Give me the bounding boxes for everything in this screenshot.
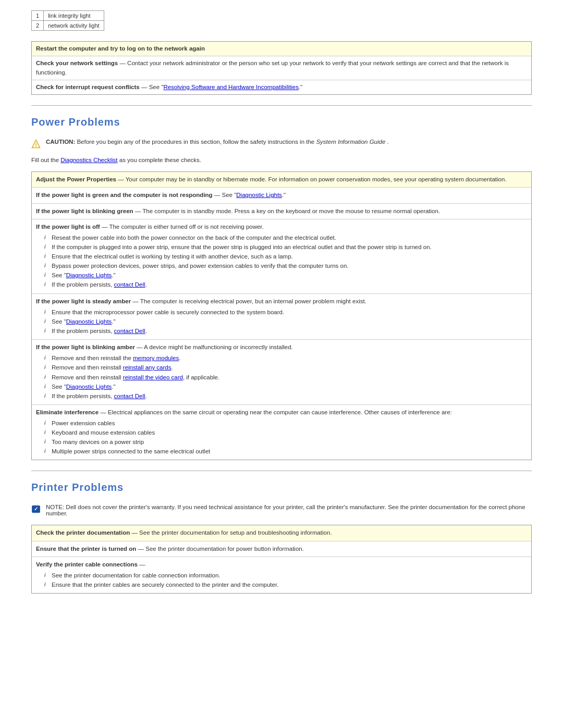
svg-text:!: !: [35, 142, 36, 147]
check-doc-title: Check the printer documentation: [36, 529, 130, 536]
svg-text:✓: ✓: [34, 506, 38, 512]
divider-1: [31, 105, 532, 106]
check-doc-dash: —: [131, 529, 139, 536]
power-row-blinking-green: If the power light is blinking green — T…: [32, 204, 531, 219]
ensure-on-dash: —: [138, 546, 146, 552]
checklist-row-text: Restart the computer and try to log on t…: [36, 45, 205, 52]
table-row: 2 network activity light: [32, 21, 104, 31]
adjust-power-body: Your computer may be in standby or hiber…: [126, 176, 507, 182]
printer-row-check-doc: Check the printer documentation — See th…: [32, 525, 531, 541]
list-item: See the printer documentation for cable …: [44, 571, 527, 579]
ensure-on-body: See the printer documentation for power …: [145, 546, 304, 552]
checklist-row-restart: Restart the computer and try to log on t…: [32, 42, 531, 56]
memory-modules-link[interactable]: memory modules: [133, 355, 179, 361]
row-num: 1: [32, 11, 44, 21]
interference-dash: —: [100, 409, 108, 415]
checklist-row-interrupt: Check for interrupt request conflicts — …: [32, 80, 531, 94]
caution-text: CAUTION: Before you begin any of the pro…: [46, 139, 389, 145]
power-row-interference: Eliminate interference — Electrical appl…: [32, 405, 531, 460]
blinking-amber-dash: —: [137, 344, 144, 350]
caution-label: CAUTION:: [46, 139, 75, 145]
reinstall-video-link[interactable]: reinstall the video card: [123, 374, 183, 380]
checklist-interrupt-end: .": [299, 84, 302, 90]
list-item: See "Diagnostic Lights.": [44, 317, 527, 326]
power-row-off: If the power light is off — The computer…: [32, 219, 531, 294]
green-body-post: .": [282, 192, 286, 198]
power-problems-section: Power Problems ! CAUTION: Before you beg…: [31, 116, 532, 460]
diagnostics-checklist-link[interactable]: Diagnostics Checklist: [60, 157, 117, 163]
row-label: link integrity light: [44, 11, 104, 21]
blinking-green-title: If the power light is blinking green: [36, 208, 133, 214]
caution-icon: !: [31, 139, 41, 149]
table-row: 1 link integrity light: [32, 11, 104, 21]
row-num: 2: [32, 21, 44, 31]
green-body-pre: See ": [222, 192, 237, 198]
divider-2: [31, 471, 532, 471]
checklist-interrupt-body: — See ": [141, 84, 163, 90]
list-item: Power extension cables: [44, 419, 527, 427]
checklist-interrupt-bold: Check for interrupt request conflicts: [36, 84, 140, 90]
verify-cable-bullets: See the printer documentation for cable …: [44, 571, 527, 589]
steady-amber-bullets: Ensure that the microprocessor power cab…: [44, 308, 527, 335]
power-row-green: If the power light is green and the comp…: [32, 188, 531, 203]
list-item: Remove and then reinstall the memory mod…: [44, 354, 527, 362]
blinking-amber-body: A device might be malfunctioning or inco…: [144, 344, 293, 350]
power-off-title: If the power light is off: [36, 224, 100, 230]
printer-section-title: Printer Problems: [31, 482, 532, 493]
blinking-amber-title: If the power light is blinking amber: [36, 344, 135, 350]
power-content-box: Adjust the Power Properties — Your compu…: [31, 171, 532, 460]
power-off-dash: —: [102, 224, 109, 230]
resolving-link[interactable]: Resolving Software and Hardware Incompat…: [163, 84, 299, 90]
blinking-green-dash: —: [135, 208, 143, 214]
green-title: If the power light is green and the comp…: [36, 192, 213, 198]
top-table-section: 1 link integrity light 2 network activit…: [31, 10, 532, 95]
caution-box: ! CAUTION: Before you begin any of the p…: [31, 137, 532, 151]
diagnostic-lights-link-2[interactable]: Diagnostic Lights: [66, 272, 112, 278]
verify-cable-dash: —: [139, 561, 145, 567]
interference-body: Electrical appliances on the same circui…: [108, 409, 452, 415]
caution-body: Before you begin any of the procedures i…: [77, 139, 316, 145]
row-label: network activity light: [44, 21, 104, 31]
list-item: If the computer is plugged into a power …: [44, 243, 527, 251]
list-item: Ensure that the electrical outlet is wor…: [44, 252, 527, 261]
printer-content-box: Check the printer documentation — See th…: [31, 525, 532, 594]
contact-dell-link-3[interactable]: contact Dell: [114, 393, 145, 399]
power-row-adjust: Adjust the Power Properties — Your compu…: [32, 172, 531, 188]
steady-amber-dash: —: [132, 298, 140, 304]
list-item: Reseat the power cable into both the pow…: [44, 233, 527, 242]
adjust-power-dash: —: [118, 176, 126, 182]
blinking-green-body: The computer is in standby mode. Press a…: [142, 208, 440, 214]
list-item: Remove and then reinstall reinstall any …: [44, 363, 527, 372]
fill-out-text: Fill out the Diagnostics Checklist as yo…: [31, 157, 532, 163]
checklist-row-network: Check your network settings — Contact yo…: [32, 56, 531, 80]
check-doc-body: See the printer documentation for setup …: [139, 529, 332, 536]
list-item: Too many devices on a power strip: [44, 438, 527, 446]
list-item: Ensure that the microprocessor power cab…: [44, 308, 527, 316]
list-item: Bypass power protection devices, power s…: [44, 262, 527, 270]
verify-cable-title: Verify the printer cable connections: [36, 561, 138, 567]
blinking-amber-bullets: Remove and then reinstall the memory mod…: [44, 354, 527, 400]
contact-dell-link-1[interactable]: contact Dell: [114, 281, 145, 288]
list-item: Ensure that the printer cables are secur…: [44, 581, 527, 589]
printer-row-ensure-on: Ensure that the printer is turned on — S…: [32, 541, 531, 557]
steady-amber-title: If the power light is steady amber: [36, 298, 131, 304]
power-off-bullets: Reseat the power cable into both the pow…: [44, 233, 527, 289]
contact-dell-link-2[interactable]: contact Dell: [114, 328, 145, 334]
printer-row-verify-cable: Verify the printer cable connections — S…: [32, 557, 531, 593]
diagnostic-lights-link-1[interactable]: Diagnostic Lights: [236, 192, 282, 198]
steady-amber-body: The computer is receiving electrical pow…: [140, 298, 366, 304]
list-item: See "Diagnostic Lights.": [44, 382, 527, 391]
power-row-blinking-amber: If the power light is blinking amber — A…: [32, 340, 531, 405]
interference-title: Eliminate interference: [36, 409, 99, 415]
note-icon: ✓: [31, 504, 41, 514]
diagnostic-lights-link-3[interactable]: Diagnostic Lights: [66, 318, 112, 325]
link-table: 1 link integrity light 2 network activit…: [31, 10, 104, 31]
reinstall-cards-link[interactable]: reinstall any cards: [123, 364, 172, 371]
green-dash: —: [214, 192, 222, 198]
note-text: NOTE: Dell does not cover the printer's …: [46, 504, 532, 516]
list-item: Remove and then reinstall reinstall the …: [44, 373, 527, 381]
diagnostic-lights-link-4[interactable]: Diagnostic Lights: [66, 384, 112, 390]
caution-guide: System Information Guide: [316, 139, 385, 145]
list-item: If the problem persists, contact Dell.: [44, 280, 527, 289]
printer-problems-section: Printer Problems ✓ NOTE: Dell does not c…: [31, 482, 532, 594]
